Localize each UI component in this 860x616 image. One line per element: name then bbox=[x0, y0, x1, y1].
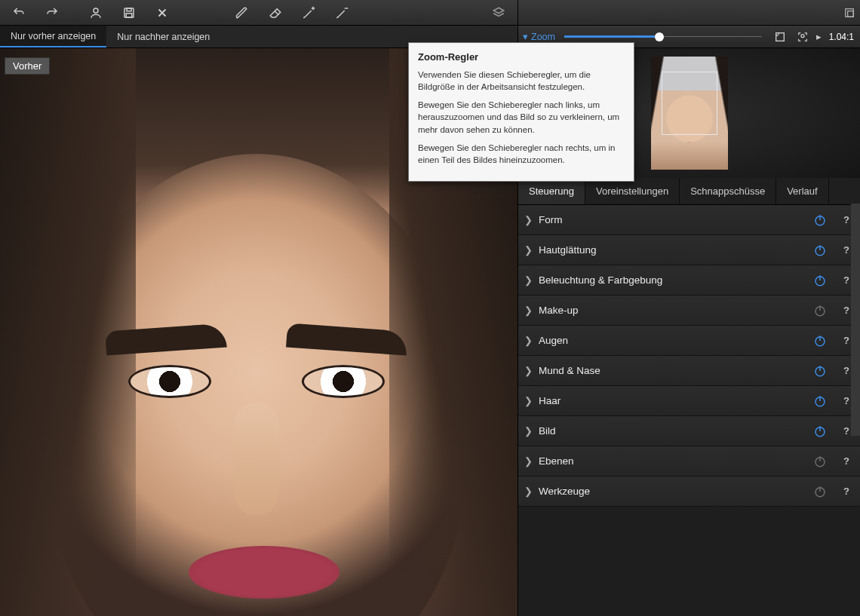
panel-label: Make-up bbox=[539, 305, 812, 316]
power-toggle[interactable] bbox=[812, 333, 828, 349]
power-toggle[interactable] bbox=[812, 363, 828, 379]
brush-icon[interactable] bbox=[226, 2, 258, 23]
chevron-right-icon: ❯ bbox=[524, 425, 533, 437]
help-button[interactable]: ? bbox=[840, 455, 852, 467]
brush-add-icon[interactable] bbox=[293, 2, 324, 23]
tab-schnappschuesse[interactable]: Schnappschüsse bbox=[680, 178, 776, 204]
svg-point-0 bbox=[94, 8, 98, 13]
tab-before[interactable]: Nur vorher anzeigen bbox=[0, 26, 106, 48]
panel-label: Beleuchtung & Farbgebung bbox=[539, 274, 812, 286]
chevron-right-icon: ❯ bbox=[524, 395, 533, 406]
panel-label: Form bbox=[539, 214, 812, 225]
brush-remove-icon[interactable] bbox=[326, 2, 358, 23]
power-toggle[interactable] bbox=[812, 242, 828, 259]
svg-rect-6 bbox=[776, 32, 784, 41]
panel-row-beleuchtung-farbgebung[interactable]: ❯ Beleuchtung & Farbgebung ? bbox=[518, 265, 860, 296]
eraser-icon[interactable] bbox=[260, 2, 291, 23]
right-tabs: Steuerung Voreinstellungen Schnappschüss… bbox=[518, 178, 860, 205]
main-toolbar bbox=[0, 0, 518, 26]
chevron-right-icon: ❯ bbox=[524, 335, 533, 346]
panel-label: Mund & Nase bbox=[539, 365, 812, 376]
panel-row-haar[interactable]: ❯ Haar ? bbox=[518, 386, 860, 416]
viewport-rect[interactable] bbox=[662, 72, 717, 135]
panel-row-hautgl-ttung[interactable]: ❯ Hautglättung ? bbox=[518, 235, 860, 265]
redo-icon[interactable] bbox=[36, 2, 68, 23]
svg-rect-3 bbox=[126, 13, 132, 17]
tab-steuerung[interactable]: Steuerung bbox=[518, 178, 585, 204]
power-toggle[interactable] bbox=[812, 272, 828, 289]
panel-row-make-up[interactable]: ❯ Make-up ? bbox=[518, 296, 860, 326]
chevron-right-icon: ❯ bbox=[524, 486, 533, 497]
svg-rect-2 bbox=[127, 8, 131, 11]
panel-label: Hautglättung bbox=[539, 244, 812, 256]
close-icon[interactable] bbox=[146, 2, 178, 23]
chevron-right-icon: ❯ bbox=[524, 455, 533, 467]
panel-row-ebenen[interactable]: ❯ Ebenen ? bbox=[518, 446, 860, 477]
chevron-down-icon: ▾ bbox=[523, 31, 528, 42]
detach-panel-icon[interactable] bbox=[839, 2, 860, 23]
power-toggle[interactable] bbox=[812, 393, 828, 409]
chevron-right-icon: ❯ bbox=[524, 244, 533, 256]
help-button[interactable]: ? bbox=[840, 486, 852, 497]
chevron-right-icon: ❯ bbox=[524, 305, 533, 316]
undo-icon[interactable] bbox=[3, 2, 35, 23]
tooltip-p3: Bewegen Sie den Schieberegler nach recht… bbox=[418, 142, 625, 166]
power-toggle[interactable] bbox=[812, 302, 828, 319]
fit-face-icon[interactable] bbox=[794, 31, 812, 43]
user-icon[interactable] bbox=[80, 2, 112, 23]
panel-row-augen[interactable]: ❯ Augen ? bbox=[518, 326, 860, 356]
scrollbar[interactable] bbox=[851, 204, 860, 436]
panel-row-werkzeuge[interactable]: ❯ Werkzeuge ? bbox=[518, 477, 860, 507]
zoom-readout: 1.04:1 bbox=[826, 32, 855, 42]
svg-rect-4 bbox=[846, 8, 854, 17]
chevron-right-icon: ❯ bbox=[524, 274, 533, 286]
zoom-label-text: Zoom bbox=[531, 32, 555, 42]
fit-screen-icon[interactable] bbox=[771, 31, 789, 43]
tooltip-title: Zoom-Regler bbox=[418, 51, 625, 64]
panel-label: Ebenen bbox=[539, 455, 812, 467]
panel-row-bild[interactable]: ❯ Bild ? bbox=[518, 416, 860, 446]
thumbnail-image bbox=[651, 57, 728, 170]
zoom-tooltip: Zoom-Regler Verwenden Sie diesen Schiebe… bbox=[408, 42, 634, 182]
save-icon[interactable] bbox=[113, 2, 145, 23]
tab-after[interactable]: Nur nachher anzeigen bbox=[106, 26, 220, 48]
triangle-icon: ▸ bbox=[816, 31, 822, 42]
power-toggle[interactable] bbox=[812, 483, 828, 500]
tab-verlauf[interactable]: Verlauf bbox=[776, 178, 828, 204]
right-toolbar bbox=[518, 0, 860, 26]
tooltip-p2: Bewegen Sie den Schieberegler nach links… bbox=[418, 99, 625, 135]
zoom-slider[interactable] bbox=[564, 32, 762, 42]
panel-row-form[interactable]: ❯ Form ? bbox=[518, 205, 860, 235]
tab-voreinstellungen[interactable]: Voreinstellungen bbox=[585, 178, 680, 204]
tooltip-p1: Verwenden Sie diesen Schieberegler, um d… bbox=[418, 69, 625, 93]
before-badge: Vorher bbox=[5, 57, 50, 75]
panel-label: Werkzeuge bbox=[539, 486, 812, 497]
power-toggle[interactable] bbox=[812, 423, 828, 440]
zoom-toggle[interactable]: ▾ Zoom bbox=[523, 31, 555, 42]
layers-icon[interactable] bbox=[483, 2, 514, 23]
zoom-thumb[interactable] bbox=[655, 32, 664, 41]
panel-label: Haar bbox=[539, 395, 812, 406]
panel-row-mund-nase[interactable]: ❯ Mund & Nase ? bbox=[518, 356, 860, 386]
svg-rect-5 bbox=[848, 11, 854, 17]
panel-list: ❯ Form ? ❯ Hautglättung ? ❯ Beleuchtung … bbox=[518, 205, 860, 616]
chevron-right-icon: ❯ bbox=[524, 365, 533, 376]
power-toggle[interactable] bbox=[812, 212, 828, 228]
power-toggle[interactable] bbox=[812, 453, 828, 470]
panel-label: Augen bbox=[539, 335, 812, 346]
chevron-right-icon: ❯ bbox=[524, 214, 533, 225]
panel-label: Bild bbox=[539, 425, 812, 437]
svg-point-7 bbox=[801, 34, 804, 37]
